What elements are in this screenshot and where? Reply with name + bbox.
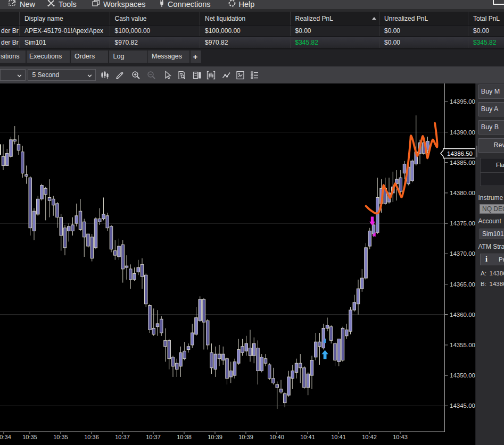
candle — [368, 228, 371, 249]
time-axis-label: 10:43 — [393, 434, 408, 440]
column-header[interactable]: Realized PnL — [290, 12, 379, 25]
time-axis-label: 10:34 — [0, 434, 11, 440]
period-dropdown[interactable]: 5 Second — [28, 69, 96, 81]
connections-icon — [159, 0, 164, 9]
bid-price-row: B: 14386 — [481, 281, 486, 287]
tab-messages[interactable]: Messages — [148, 51, 189, 63]
candle — [199, 296, 202, 322]
price-axis-label: 14355.00 — [450, 342, 475, 348]
strategies-icon[interactable] — [235, 70, 246, 81]
table-row[interactable]: der BrSim101$970.82$970.82$345.82$0.00$3… — [0, 37, 504, 48]
column-header[interactable]: Total PnL — [468, 12, 504, 25]
candle — [148, 304, 152, 333]
time-axis-label: 10:40 — [269, 434, 284, 440]
new-window-icon — [9, 0, 16, 9]
tab-orders[interactable]: Orders — [71, 51, 109, 63]
table-cell: $0.00 — [468, 26, 504, 36]
draw-pencil-icon[interactable] — [114, 70, 126, 81]
workspaces-icon — [92, 0, 100, 9]
column-header[interactable]: Display name — [19, 12, 110, 25]
candle — [40, 184, 44, 200]
cursor-icon[interactable] — [162, 70, 173, 81]
price-axis-label: 14345.00 — [450, 402, 475, 409]
price-axis-label: 14370.00 — [450, 250, 475, 257]
menu-workspaces[interactable]: Workspaces — [92, 0, 146, 9]
tab-sitions[interactable]: sitions — [0, 51, 26, 63]
account-label: Account — [478, 217, 501, 225]
time-axis-label: 10:38 — [177, 434, 192, 440]
atm-preset-button[interactable]: i Pr — [480, 254, 504, 265]
tab-executions[interactable]: Executions — [27, 51, 70, 63]
help-icon — [228, 0, 236, 9]
sort-ascending-icon — [372, 17, 376, 20]
instrument-dropdown[interactable] — [0, 69, 26, 81]
chevron-down-icon — [87, 73, 92, 78]
buy-ask-button[interactable]: Buy A — [478, 102, 504, 116]
buy-market-button[interactable]: Buy M — [478, 85, 504, 99]
table-cell: $0.00 — [379, 37, 468, 48]
candle — [37, 196, 40, 216]
table-cell: $0.00 — [290, 26, 379, 36]
price-axis-label: 14390.00 — [450, 129, 475, 136]
candle — [90, 234, 94, 261]
candle — [94, 217, 97, 249]
menu-label: Workspaces — [103, 0, 146, 9]
menu-label: Help — [239, 0, 255, 9]
tools-icon — [47, 0, 55, 9]
flat-button[interactable]: Flat — [496, 162, 504, 168]
menu-new[interactable]: New — [9, 0, 35, 9]
window-control-partial[interactable] — [493, 0, 504, 5]
chevron-down-icon — [17, 73, 22, 78]
price-axis-label: 14380.00 — [450, 190, 475, 196]
tab-label: Messages — [152, 53, 182, 60]
column-header[interactable] — [0, 12, 19, 25]
properties-list-icon[interactable] — [249, 70, 260, 81]
tab-label: sitions — [1, 53, 19, 60]
reverse-button[interactable]: Rev — [478, 138, 504, 153]
table-cell: $345.82 — [290, 37, 379, 48]
candle — [87, 234, 90, 248]
button-label: Rev — [494, 141, 504, 149]
table-cell: $970.82 — [110, 37, 200, 48]
menu-tools[interactable]: Tools — [47, 0, 77, 9]
account-selector[interactable]: Sim101 — [480, 229, 504, 239]
trading-platform-window: NewToolsWorkspacesConnectionsHelp Displa… — [0, 0, 504, 445]
zoom-in-icon[interactable] — [130, 70, 142, 81]
chart-trader-icon[interactable] — [192, 70, 203, 81]
chart-toolbar: 5 Second — [0, 66, 504, 83]
data-box-icon[interactable] — [176, 70, 187, 81]
table-cell: $100,000.00 — [200, 26, 290, 36]
menu-help[interactable]: Help — [228, 0, 255, 9]
splitter-grip[interactable] — [476, 146, 477, 157]
table-cell: der Br — [0, 26, 19, 36]
candle — [233, 359, 236, 379]
line-studies-icon[interactable] — [221, 70, 232, 81]
price-axis-label: 14395.00 — [450, 98, 475, 105]
period-dropdown-value: 5 Second — [32, 71, 60, 79]
menu-connections[interactable]: Connections — [159, 0, 211, 9]
column-header[interactable]: Unrealized PnL — [379, 12, 468, 25]
time-axis-label: 10:37 — [115, 434, 130, 440]
column-header[interactable]: Cash value — [110, 12, 200, 25]
chart-style-icon[interactable] — [99, 70, 110, 81]
button-label: Buy M — [481, 88, 500, 95]
candle — [110, 225, 113, 252]
table-cell: der Br — [0, 37, 19, 48]
column-header[interactable]: Net liquidation — [200, 12, 290, 25]
candle — [206, 319, 210, 349]
accounts-table: Display nameCash valueNet liquidationRea… — [0, 9, 504, 49]
ask-price-row: A: 14386 — [481, 270, 486, 276]
table-cell: Sim101 — [19, 37, 110, 48]
table-row[interactable]: der BrAPEX-45179-01!Apex!Apex$100,000.00… — [0, 26, 504, 37]
add-tab-button[interactable]: + — [191, 51, 201, 63]
buy-bid-button[interactable]: Buy B — [478, 120, 504, 135]
time-axis-label: 10:36 — [84, 434, 99, 440]
price-axis-label: 14365.00 — [450, 281, 475, 288]
instrument-selector[interactable]: NQ DEC — [480, 204, 504, 214]
tab-log[interactable]: Log — [109, 51, 147, 63]
indicators-icon[interactable] — [205, 70, 217, 81]
info-icon: i — [485, 255, 488, 264]
table-cell: $0.00 — [379, 26, 468, 36]
candle-partial — [0, 144, 1, 155]
price-chart[interactable]: 14395.0014390.0014385.0014380.0014375.00… — [0, 83, 475, 445]
